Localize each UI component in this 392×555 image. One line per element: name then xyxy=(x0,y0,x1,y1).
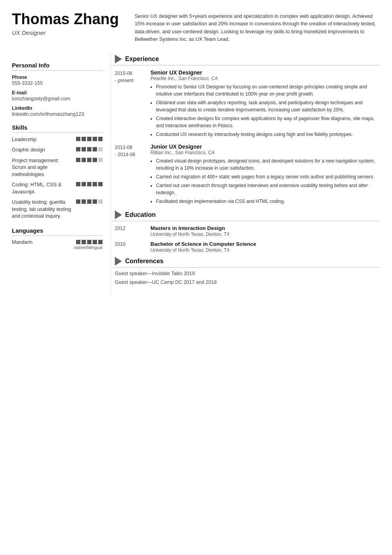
skill-dots xyxy=(76,182,103,186)
skill-item: Leadership xyxy=(12,136,103,144)
skill-dots xyxy=(76,137,103,141)
education-school: University of North Texas, Denton, TX xyxy=(150,232,230,237)
education-school: University of North Texas, Denton, TX xyxy=(150,247,256,253)
language-item: Mandarinnative/bilingual xyxy=(12,239,103,250)
skill-dot xyxy=(76,182,80,186)
main-content: Personal Info Phone 555-3332-155 E-mail … xyxy=(0,51,392,309)
skill-dot xyxy=(98,147,103,151)
email-label: E-mail xyxy=(12,90,103,96)
conferences-icon xyxy=(115,257,122,266)
candidate-name: Thomas Zhang xyxy=(12,11,119,28)
conferences-list: Guest speaker—Invisible Talks 2019Guest … xyxy=(111,271,380,285)
phone-label: Phone xyxy=(12,75,103,80)
header-left: Thomas Zhang UX Designer xyxy=(12,11,119,36)
skill-name: Coding: HTML, CSS & Javascript. xyxy=(12,182,76,195)
skill-dot xyxy=(76,158,80,162)
skill-dot xyxy=(87,137,91,141)
skill-item: Coding: HTML, CSS & Javascript. xyxy=(12,182,103,195)
skill-dot xyxy=(87,199,91,204)
skill-item: Project management: Scrum and agile meth… xyxy=(12,157,103,178)
skill-dots xyxy=(76,158,103,162)
experience-section: Experience 2015-08 - presentSenior UX De… xyxy=(111,55,380,207)
experience-bullet: Created visual design prototypes, design… xyxy=(156,157,380,172)
skill-dot xyxy=(98,137,103,141)
skill-name: Project management: Scrum and agile meth… xyxy=(12,157,76,178)
experience-role: Junior UX Designer xyxy=(150,144,380,150)
education-content: Bachelor of Science in Computer ScienceU… xyxy=(150,241,256,253)
skill-dot xyxy=(82,147,86,151)
right-column: Experience 2015-08 - presentSenior UX De… xyxy=(111,51,392,297)
personal-info-title: Personal Info xyxy=(12,62,103,71)
skill-name: Usability testing: guerilla testing, lab… xyxy=(12,199,76,220)
linkedin-label: LinkedIn xyxy=(12,105,103,111)
education-entry: 2012Masters in Interaction DesignUnivers… xyxy=(111,225,380,237)
left-column: Personal Info Phone 555-3332-155 E-mail … xyxy=(0,51,111,297)
experience-bullet: Obtained user data with analytics report… xyxy=(156,99,380,113)
skill-dot xyxy=(82,158,86,162)
experience-bullet: Promoted to Senior UX Designer by focusi… xyxy=(156,83,380,98)
conference-entry: Guest speaker—Invisible Talks 2019 xyxy=(111,271,380,276)
candidate-title: UX Designer xyxy=(12,29,119,36)
language-dot xyxy=(76,240,80,244)
conferences-title: Conferences xyxy=(125,258,164,265)
skill-dot xyxy=(98,199,103,204)
personal-info-section: Personal Info Phone 555-3332-155 E-mail … xyxy=(12,62,103,117)
language-dot xyxy=(93,240,97,244)
experience-bullets: Promoted to Senior UX Designer by focusi… xyxy=(150,83,380,138)
education-degree: Bachelor of Science in Computer Science xyxy=(150,241,256,247)
experience-bullet: Carried out user research through target… xyxy=(156,182,380,196)
education-content: Masters in Interaction DesignUniversity … xyxy=(150,225,230,237)
skill-dot xyxy=(93,147,97,151)
languages-list: Mandarinnative/bilingual xyxy=(12,239,103,250)
skill-item: Graphic design xyxy=(12,147,103,154)
skill-dot xyxy=(98,182,103,186)
education-title: Education xyxy=(125,211,156,218)
experience-header: Experience xyxy=(111,55,380,65)
linkedin-value: linkedin.com/in/thomaszhang123 xyxy=(12,111,103,117)
experience-content: Senior UX DesignerPearlite Inc., San Fra… xyxy=(150,69,380,140)
skill-dot xyxy=(93,137,97,141)
education-icon xyxy=(115,211,122,219)
skill-dot xyxy=(87,182,91,186)
experience-bullet: Carried out migration of 400+ static web… xyxy=(156,173,380,180)
education-year: 2010 xyxy=(115,241,150,253)
experience-role: Senior UX Designer xyxy=(150,69,380,76)
language-dot xyxy=(98,240,103,244)
skill-dot xyxy=(82,137,86,141)
skill-dot xyxy=(82,199,86,204)
skill-name: Graphic design xyxy=(12,147,76,154)
skill-dot xyxy=(93,199,97,204)
education-list: 2012Masters in Interaction DesignUnivers… xyxy=(111,225,380,253)
education-degree: Masters in Interaction Design xyxy=(150,225,230,231)
skills-title: Skills xyxy=(12,124,103,133)
education-section: Education 2012Masters in Interaction Des… xyxy=(111,211,380,253)
experience-company: Rillian Inc., San Francisco, CA xyxy=(150,150,380,155)
education-entry: 2010Bachelor of Science in Computer Scie… xyxy=(111,241,380,253)
skill-dot xyxy=(93,158,97,162)
language-dot xyxy=(82,240,86,244)
experience-date: 2015-08 - present xyxy=(115,69,150,140)
skill-dots xyxy=(76,199,103,204)
languages-section: Languages Mandarinnative/bilingual xyxy=(12,227,103,250)
skill-dot xyxy=(82,182,86,186)
education-year: 2012 xyxy=(115,225,150,237)
experience-bullet: Conducted UX research by interactively t… xyxy=(156,131,380,138)
language-right: native/bilingual xyxy=(74,239,103,250)
skill-dot xyxy=(76,137,80,141)
skill-dot xyxy=(76,147,80,151)
header: Thomas Zhang UX Designer Senior UX desig… xyxy=(0,0,392,51)
experience-company: Pearlite Inc., San Francisco, CA xyxy=(150,76,380,81)
experience-bullets: Created visual design prototypes, design… xyxy=(150,157,380,205)
languages-title: Languages xyxy=(12,227,103,236)
education-header: Education xyxy=(111,211,380,221)
skill-dot xyxy=(76,199,80,204)
skill-dots xyxy=(76,147,103,151)
skill-item: Usability testing: guerilla testing, lab… xyxy=(12,199,103,220)
skill-dot xyxy=(87,147,91,151)
experience-content: Junior UX DesignerRillian Inc., San Fran… xyxy=(150,144,380,207)
language-level: native/bilingual xyxy=(74,245,103,250)
language-dot xyxy=(87,240,91,244)
experience-title: Experience xyxy=(125,56,159,63)
language-name: Mandarin xyxy=(12,239,32,245)
skill-dot xyxy=(87,158,91,162)
